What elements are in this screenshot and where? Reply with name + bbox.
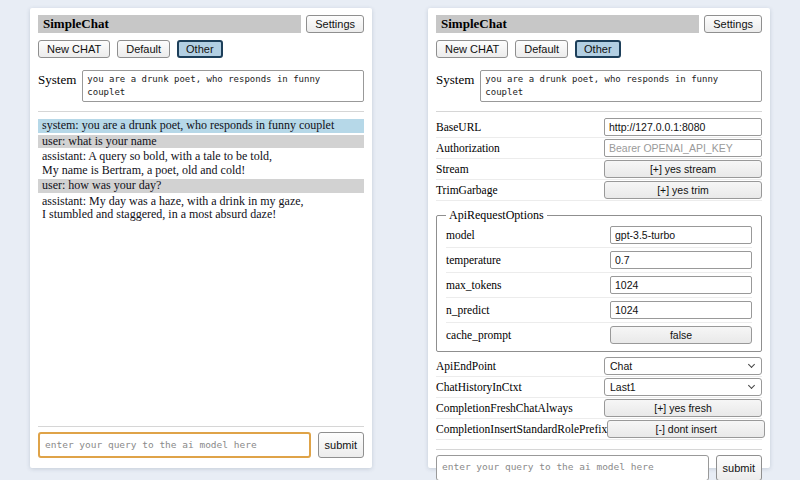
setting-row-stream: Stream [+] yes stream [436,159,762,180]
new-chat-button[interactable]: New CHAT [38,40,110,58]
setting-label: ChatHistoryInCtxt [436,381,522,393]
settings-button[interactable]: Settings [704,15,762,33]
completion-insert-role-prefix-toggle-button[interactable]: [-] dont insert [607,420,765,438]
setting-row-apiendpoint: ApiEndPoint Chat [436,356,762,377]
system-prompt-row: System you are a drunk poet, who respond… [436,70,762,102]
setting-row-max-tokens: max_tokens [446,273,752,298]
system-label: System [436,70,474,88]
setting-label: Authorization [436,142,500,154]
setting-row-completionfreshchatalways: CompletionFreshChatAlways [+] yes fresh [436,398,762,419]
setting-label: cache_prompt [446,329,511,341]
setting-label: Stream [436,163,469,175]
trimgarbage-toggle-button[interactable]: [+] yes trim [604,181,762,199]
system-prompt-input[interactable]: you are a drunk poet, who responds in fu… [82,70,364,102]
session-buttons: New CHAT Default Other [38,40,364,58]
setting-label: max_tokens [446,279,502,291]
page: SimpleChat Settings New CHAT Default Oth… [0,0,800,480]
titlebar: SimpleChat Settings [436,15,762,33]
new-chat-button[interactable]: New CHAT [436,40,508,58]
stream-toggle-button[interactable]: [+] yes stream [604,160,762,178]
setting-row-cache-prompt: cache_prompt false [446,323,752,347]
setting-row-trimgarbage: TrimGarbage [+] yes trim [436,180,762,201]
temperature-input[interactable] [610,251,752,269]
app-title: SimpleChat [38,15,301,33]
chat-message-assistant: assistant: My day was a haze, with a dri… [38,195,364,222]
chathistoryinctxt-select[interactable]: Last1 [604,378,762,396]
completion-fresh-chat-toggle-button[interactable]: [+] yes fresh [604,399,762,417]
setting-label: temperature [446,254,501,266]
chat-panel: SimpleChat Settings New CHAT Default Oth… [30,8,372,468]
setting-row-temperature: temperature [446,248,752,273]
n-predict-input[interactable] [610,301,752,319]
chat-messages: system: you are a drunk poet, who respon… [38,119,364,224]
selected-option: Last1 [610,381,636,393]
chat-message-system: system: you are a drunk poet, who respon… [38,119,364,133]
cache-prompt-toggle-button[interactable]: false [610,326,752,344]
setting-label: n_predict [446,304,489,316]
authorization-input[interactable] [604,139,762,157]
system-label: System [38,70,76,88]
baseurl-input[interactable] [604,118,762,136]
session-default-button[interactable]: Default [515,40,568,58]
chat-message-user: user: what is your name [38,135,364,149]
max-tokens-input[interactable] [610,276,752,294]
model-input[interactable] [610,226,752,244]
divider [38,426,364,427]
settings-panel: SimpleChat Settings New CHAT Default Oth… [428,8,770,468]
setting-row-authorization: Authorization [436,138,762,159]
chevron-down-icon [748,382,755,389]
app-title: SimpleChat [436,15,699,33]
setting-row-n-predict: n_predict [446,298,752,323]
setting-label: TrimGarbage [436,184,498,196]
query-input[interactable] [436,455,709,480]
system-prompt-row: System you are a drunk poet, who respond… [38,70,364,102]
titlebar: SimpleChat Settings [38,15,364,33]
setting-row-completioninsertstandardroleprefix: CompletionInsertStandardRolePrefix [-] d… [436,419,762,440]
setting-label: CompletionInsertStandardRolePrefix [436,423,607,435]
setting-label: CompletionFreshChatAlways [436,402,573,414]
divider [436,449,762,450]
divider [38,111,364,112]
query-area: submit [38,417,364,458]
setting-label: BaseURL [436,121,481,133]
setting-label: model [446,229,475,241]
selected-option: Chat [610,360,632,372]
chat-message-user: user: how was your day? [38,179,364,193]
session-buttons: New CHAT Default Other [436,40,762,58]
submit-button[interactable]: submit [716,455,762,480]
setting-row-model: model [446,223,752,248]
fieldset-legend: ApiRequestOptions [446,208,547,223]
session-other-button[interactable]: Other [177,40,223,58]
chat-message-assistant: assistant: A query so bold, with a tale … [38,150,364,177]
submit-button[interactable]: submit [318,432,364,458]
session-other-button[interactable]: Other [575,40,621,58]
settings-button[interactable]: Settings [306,15,364,33]
divider [436,111,762,112]
chevron-down-icon [748,361,755,368]
system-prompt-input[interactable]: you are a drunk poet, who responds in fu… [480,70,762,102]
query-area: submit [436,440,762,480]
setting-label: ApiEndPoint [436,360,496,372]
session-default-button[interactable]: Default [117,40,170,58]
setting-row-baseurl: BaseURL [436,117,762,138]
query-input[interactable] [38,432,311,458]
apiendpoint-select[interactable]: Chat [604,357,762,375]
api-request-options-fieldset: ApiRequestOptions model temperature max_… [436,208,762,352]
setting-row-chathistoryinctxt: ChatHistoryInCtxt Last1 [436,377,762,398]
